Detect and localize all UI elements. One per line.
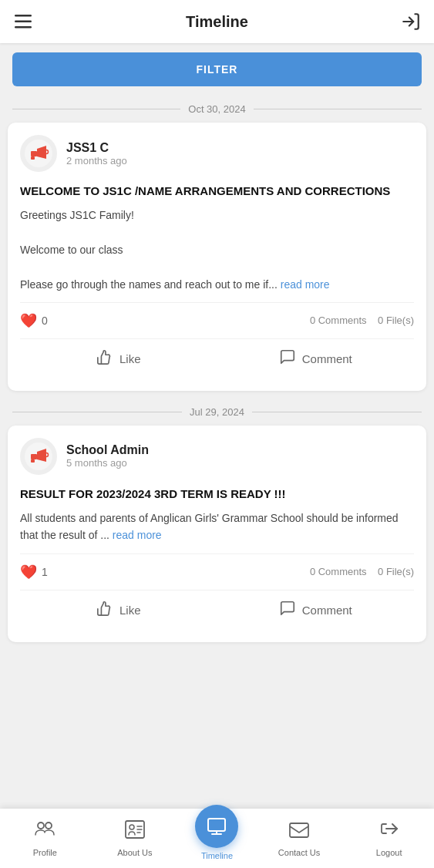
read-more-link-1[interactable]: read more [281, 278, 330, 291]
nav-item-logout[interactable]: Logout [344, 815, 434, 860]
like-button-1[interactable]: Like [20, 339, 217, 378]
post-avatar-1 [20, 135, 57, 172]
comment-button-1[interactable]: Comment [217, 339, 415, 378]
post-body-1: Greetings JS1C Family! Welcome to our cl… [20, 207, 414, 293]
nav-item-profile[interactable]: Profile [0, 815, 90, 860]
svg-rect-1 [15, 21, 32, 23]
main-content: FILTER Oct 30, 2024 JSS1 C 2 month [0, 43, 434, 727]
comment-icon-2 [279, 600, 296, 621]
nav-label-contact: Contact Us [278, 848, 320, 857]
like-label-1: Like [119, 352, 141, 365]
profile-icon [34, 818, 56, 845]
svg-rect-11 [31, 459, 35, 463]
post-author-info-2: School Admin 5 months ago [66, 443, 149, 469]
heart-icon-2: ❤️ [20, 564, 37, 580]
svg-rect-2 [15, 26, 32, 29]
svg-point-14 [45, 823, 52, 829]
comments-files-1: 0 Comments 0 File(s) [310, 315, 414, 326]
nav-label-logout: Logout [376, 848, 402, 857]
likes-section-1: ❤️ 0 [20, 312, 48, 329]
separator-line-left-2 [12, 412, 182, 412]
separator-line-right-2 [252, 412, 422, 412]
separator-line-right [254, 109, 422, 109]
svg-rect-6 [31, 156, 35, 160]
post-header-2: School Admin 5 months ago [20, 438, 414, 475]
svg-rect-21 [290, 823, 308, 837]
about-icon [124, 819, 146, 845]
contact-icon [288, 821, 310, 845]
likes-count-2: 1 [42, 566, 48, 578]
post-stats-1: ❤️ 0 0 Comments 0 File(s) [20, 302, 414, 339]
date-separator-1: Oct 30, 2024 [0, 96, 434, 123]
post-card-1: JSS1 C 2 months ago WELCOME TO JS1C /NAM… [8, 123, 426, 391]
comment-label-1: Comment [302, 352, 352, 365]
post-time-2: 5 months ago [66, 457, 149, 469]
likes-section-2: ❤️ 1 [20, 564, 48, 580]
like-icon-2 [96, 600, 113, 621]
filter-button[interactable]: FILTER [12, 52, 422, 86]
svg-rect-4 [31, 151, 37, 156]
post-actions-1: Like Comment [20, 339, 414, 378]
logout-header-icon[interactable] [400, 11, 422, 32]
post-avatar-2 [20, 438, 57, 475]
post-author-name-1: JSS1 C [66, 141, 127, 155]
svg-point-16 [130, 825, 134, 829]
post-actions-2: Like Comment [20, 590, 414, 630]
filter-section: FILTER [0, 43, 434, 96]
app-header: Timeline [0, 0, 434, 43]
svg-rect-20 [208, 819, 225, 831]
post-body-2: All students and parents of Anglican Gir… [20, 510, 414, 544]
comments-count-2: 0 Comments [310, 566, 367, 577]
svg-rect-0 [15, 15, 32, 17]
nav-label-profile: Profile [33, 848, 57, 857]
bottom-nav: Profile About Us Timeline [0, 809, 434, 868]
like-label-2: Like [119, 604, 141, 617]
comments-count-1: 0 Comments [310, 315, 367, 326]
like-button-2[interactable]: Like [20, 590, 217, 630]
nav-item-contact[interactable]: Contact Us [254, 818, 345, 860]
header-title: Timeline [186, 13, 248, 31]
heart-icon-1: ❤️ [20, 312, 37, 329]
comment-icon-1 [279, 348, 296, 369]
nav-label-about: About Us [117, 848, 152, 857]
post-stats-2: ❤️ 1 0 Comments 0 File(s) [20, 553, 414, 590]
files-count-1: 0 File(s) [378, 315, 414, 326]
post-time-1: 2 months ago [66, 155, 127, 167]
date-separator-2: Jul 29, 2024 [0, 399, 434, 426]
post-author-info-1: JSS1 C 2 months ago [66, 141, 127, 167]
post-card-2: School Admin 5 months ago RESULT FOR 202… [8, 426, 426, 642]
svg-point-13 [38, 823, 44, 829]
hamburger-icon[interactable] [12, 11, 34, 32]
svg-rect-9 [31, 454, 37, 459]
comments-files-2: 0 Comments 0 File(s) [310, 566, 414, 577]
nav-item-about[interactable]: About Us [90, 816, 180, 860]
files-count-2: 0 File(s) [378, 566, 414, 577]
timeline-fab-circle [195, 805, 238, 848]
likes-count-1: 0 [42, 315, 48, 327]
post-title-1: WELCOME TO JS1C /NAME ARRANGEMENTS AND C… [20, 183, 414, 199]
separator-line-left [12, 109, 180, 109]
comment-label-2: Comment [302, 604, 352, 617]
date-text-2: Jul 29, 2024 [182, 406, 252, 418]
post-title-2: RESULT FOR 2023/2024 3RD TERM IS READY !… [20, 486, 414, 502]
logout-icon [378, 818, 400, 845]
nav-label-timeline: Timeline [201, 851, 233, 860]
date-text-1: Oct 30, 2024 [180, 103, 253, 115]
like-icon-1 [96, 348, 113, 369]
comment-button-2[interactable]: Comment [217, 590, 415, 630]
post-header-1: JSS1 C 2 months ago [20, 135, 414, 172]
nav-item-timeline[interactable]: Timeline [180, 826, 254, 860]
read-more-link-2[interactable]: read more [113, 529, 162, 541]
post-author-name-2: School Admin [66, 443, 149, 457]
